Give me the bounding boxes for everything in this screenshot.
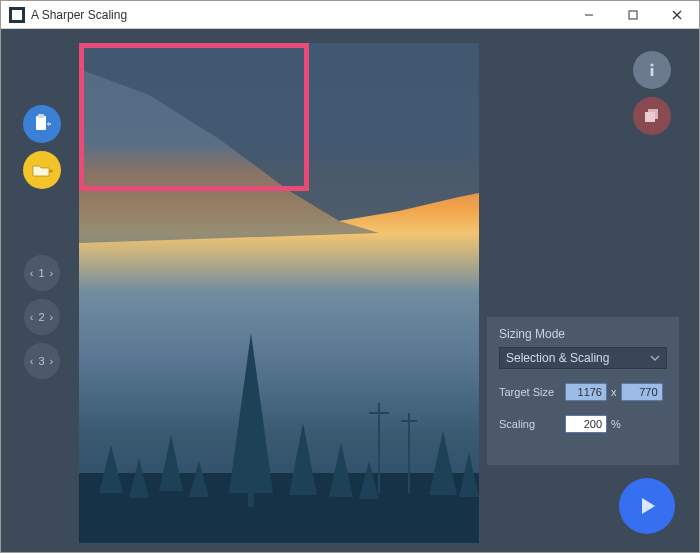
- target-size-row: Target Size x: [499, 383, 667, 401]
- svg-rect-9: [645, 112, 655, 122]
- sizing-mode-value: Selection & Scaling: [506, 351, 609, 365]
- clipboard-icon: [31, 113, 53, 135]
- maximize-icon: [628, 10, 638, 20]
- scaling-input[interactable]: [565, 415, 607, 433]
- open-file-button[interactable]: [23, 151, 61, 189]
- chevron-down-icon: [650, 353, 660, 363]
- info-icon: [643, 61, 661, 79]
- sizing-panel: Sizing Mode Selection & Scaling Target S…: [487, 317, 679, 465]
- app-icon: [9, 7, 25, 23]
- app-title: A Sharper Scaling: [31, 8, 127, 22]
- svg-rect-7: [651, 68, 654, 76]
- svg-rect-4: [36, 116, 46, 130]
- image-preview[interactable]: [79, 43, 479, 543]
- preset-1-label: ‹ 1 ›: [30, 267, 55, 279]
- svg-rect-15: [248, 483, 254, 507]
- info-button[interactable]: [633, 51, 671, 89]
- open-folder-icon: [31, 159, 53, 181]
- app-window: A Sharper Scaling: [0, 0, 700, 553]
- svg-point-6: [650, 63, 653, 66]
- target-width-input[interactable]: [565, 383, 607, 401]
- minimize-button[interactable]: [567, 1, 611, 29]
- run-button[interactable]: [619, 478, 675, 534]
- maximize-button[interactable]: [611, 1, 655, 29]
- close-button[interactable]: [655, 1, 699, 29]
- selection-rectangle[interactable]: [79, 43, 309, 191]
- tree-silhouettes: [79, 283, 479, 543]
- preset-1-button[interactable]: ‹ 1 ›: [24, 255, 60, 291]
- titlebar: A Sharper Scaling: [1, 1, 699, 29]
- sizing-mode-label: Sizing Mode: [499, 327, 667, 341]
- scaling-label: Scaling: [499, 418, 565, 430]
- layers-button[interactable]: [633, 97, 671, 135]
- preset-3-button[interactable]: ‹ 3 ›: [24, 343, 60, 379]
- close-icon: [672, 10, 682, 20]
- preset-2-label: ‹ 2 ›: [30, 311, 55, 323]
- target-size-label: Target Size: [499, 386, 565, 398]
- minimize-icon: [584, 10, 594, 20]
- preset-3-label: ‹ 3 ›: [30, 355, 55, 367]
- preset-2-button[interactable]: ‹ 2 ›: [24, 299, 60, 335]
- svg-rect-1: [629, 11, 637, 19]
- svg-rect-5: [38, 114, 44, 118]
- dimension-separator: x: [611, 386, 617, 398]
- scaling-unit: %: [611, 418, 621, 430]
- layers-icon: [642, 106, 662, 126]
- play-icon: [635, 494, 659, 518]
- scaling-row: Scaling %: [499, 415, 667, 433]
- paste-button[interactable]: [23, 105, 61, 143]
- target-height-input[interactable]: [621, 383, 663, 401]
- sizing-mode-select[interactable]: Selection & Scaling: [499, 347, 667, 369]
- content-area: ‹ 1 › ‹ 2 › ‹ 3 ›: [1, 29, 699, 552]
